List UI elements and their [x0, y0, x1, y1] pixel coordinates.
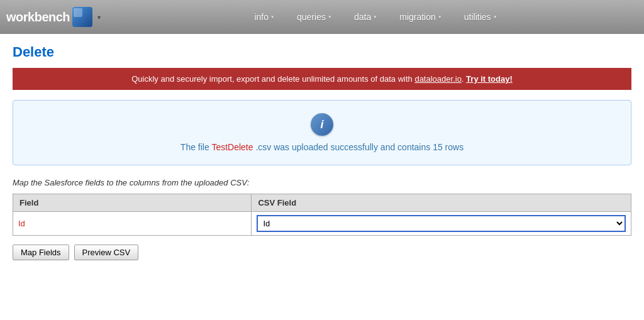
info-icon: i — [311, 113, 333, 136]
field-name-id: Id — [13, 212, 252, 236]
nav-items: info ▾ queries ▾ data ▾ migration ▾ util… — [113, 0, 638, 34]
info-message-prefix: The file — [180, 142, 212, 152]
col-header-csv: CSV Field — [252, 194, 631, 212]
page-title: Delete — [13, 44, 631, 60]
nav-item-utilities[interactable]: utilities ▾ — [453, 0, 508, 34]
field-table: Field CSV Field Id Id — [13, 194, 631, 236]
nav-item-data[interactable]: data ▾ — [343, 0, 388, 34]
logo[interactable]: workbench ▾ — [6, 7, 101, 27]
col-header-field: Field — [13, 194, 252, 212]
map-fields-button[interactable]: Map Fields — [13, 245, 69, 260]
logo-dropdown-arrow: ▾ — [97, 14, 101, 21]
table-row: Id Id — [13, 212, 631, 236]
navbar: workbench ▾ info ▾ queries ▾ data ▾ migr… — [0, 0, 644, 34]
nav-item-queries[interactable]: queries ▾ — [286, 0, 343, 34]
promo-cta-link[interactable]: Try it today! — [466, 74, 513, 84]
info-filename: TestDelete — [211, 142, 253, 152]
nav-label-migration: migration — [399, 12, 436, 22]
promo-text: Quickly and securely import, export and … — [131, 74, 414, 84]
nav-label-queries: queries — [297, 12, 326, 22]
nav-arrow-utilities: ▾ — [494, 14, 497, 20]
info-message-suffix: .csv was uploaded successfully and conta… — [255, 142, 464, 152]
main-content: Delete Quickly and securely import, expo… — [0, 34, 644, 320]
promo-banner: Quickly and securely import, export and … — [13, 68, 631, 90]
nav-label-data: data — [354, 12, 371, 22]
map-label: Map the Salesforce fields to the columns… — [13, 178, 631, 187]
nav-arrow-queries: ▾ — [328, 14, 331, 20]
nav-arrow-info: ▾ — [271, 14, 274, 20]
info-message: The file TestDelete .csv was uploaded su… — [180, 142, 464, 152]
nav-item-migration[interactable]: migration ▾ — [388, 0, 453, 34]
logo-text: workbench — [6, 10, 70, 25]
nav-item-info[interactable]: info ▾ — [243, 0, 286, 34]
nav-arrow-data: ▾ — [374, 14, 377, 20]
logo-cube — [72, 7, 92, 27]
csv-field-select[interactable]: Id — [257, 215, 626, 232]
csv-field-cell[interactable]: Id — [252, 212, 631, 236]
preview-csv-button[interactable]: Preview CSV — [74, 245, 139, 260]
promo-after-link: . — [462, 74, 466, 84]
button-row: Map Fields Preview CSV — [13, 245, 631, 260]
nav-label-utilities: utilities — [464, 12, 491, 22]
info-box: i The file TestDelete .csv was uploaded … — [13, 100, 631, 165]
dataloader-link[interactable]: dataloader.io — [414, 74, 461, 84]
nav-label-info: info — [254, 12, 269, 22]
nav-arrow-migration: ▾ — [438, 14, 441, 20]
